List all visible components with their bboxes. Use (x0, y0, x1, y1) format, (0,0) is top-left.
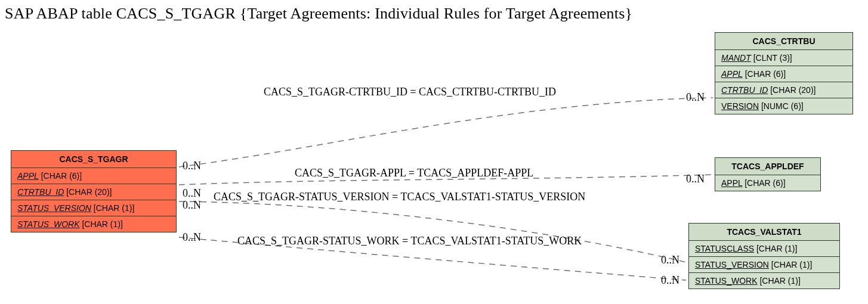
cardinality-label: 0..N (183, 199, 201, 212)
entity-row: STATUS_VERSION [CHAR (1)] (11, 200, 176, 216)
entity-tcacs-valstat1: TCACS_VALSTAT1 STATUSCLASS [CHAR (1)] ST… (688, 223, 840, 289)
entity-row: VERSION [NUMC (6)] (715, 98, 852, 114)
cardinality-label: 0..N (183, 187, 201, 200)
page-title: SAP ABAP table CACS_S_TGAGR {Target Agre… (5, 5, 632, 23)
entity-row: CTRTBU_ID [CHAR (20)] (11, 184, 176, 200)
entity-header: CACS_CTRTBU (715, 33, 852, 50)
entity-header: TCACS_APPLDEF (715, 158, 820, 175)
entity-row: APPL [CHAR (6)] (11, 168, 176, 184)
cardinality-label: 0..N (661, 254, 679, 266)
entity-row: STATUS_VERSION [CHAR (1)] (689, 257, 839, 273)
entity-row: APPL [CHAR (6)] (715, 66, 852, 82)
entity-row: STATUS_WORK [CHAR (1)] (689, 273, 839, 289)
relation-label: CACS_S_TGAGR-APPL = TCACS_APPLDEF-APPL (295, 167, 533, 179)
entity-cacs-s-tgagr: CACS_S_TGAGR APPL [CHAR (6)] CTRTBU_ID [… (11, 150, 177, 232)
relation-label: CACS_S_TGAGR-CTRTBU_ID = CACS_CTRTBU-CTR… (264, 86, 556, 98)
entity-row: APPL [CHAR (6)] (715, 175, 820, 191)
cardinality-label: 0..N (686, 173, 705, 185)
entity-header: CACS_S_TGAGR (11, 151, 176, 168)
entity-header: TCACS_VALSTAT1 (689, 224, 839, 241)
cardinality-label: 0..N (183, 160, 201, 172)
relation-label: CACS_S_TGAGR-STATUS_VERSION = TCACS_VALS… (214, 191, 585, 203)
entity-row: MANDT [CLNT (3)] (715, 50, 852, 66)
cardinality-label: 0..N (183, 231, 201, 244)
entity-cacs-ctrtbu: CACS_CTRTBU MANDT [CLNT (3)] APPL [CHAR … (715, 32, 853, 114)
entity-tcacs-appldef: TCACS_APPLDEF APPL [CHAR (6)] (715, 157, 821, 191)
entity-row: STATUSCLASS [CHAR (1)] (689, 241, 839, 257)
cardinality-label: 0..N (661, 274, 679, 287)
relation-label: CACS_S_TGAGR-STATUS_WORK = TCACS_VALSTAT… (237, 235, 582, 247)
entity-row: CTRTBU_ID [CHAR (20)] (715, 82, 852, 98)
cardinality-label: 0..N (686, 91, 705, 104)
entity-row: STATUS_WORK [CHAR (1)] (11, 216, 176, 232)
